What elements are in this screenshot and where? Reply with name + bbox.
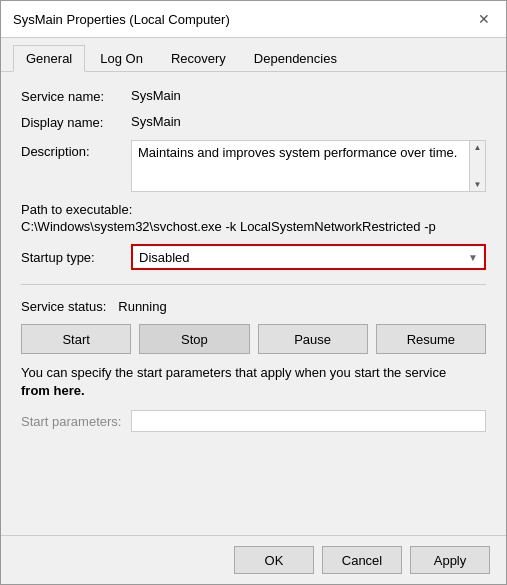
tabs-bar: General Log On Recovery Dependencies [1,38,506,72]
description-box: Maintains and improves system performanc… [131,140,486,192]
title-bar: SysMain Properties (Local Computer) ✕ [1,1,506,38]
tab-general[interactable]: General [13,45,85,72]
description-row: Description: Maintains and improves syst… [21,140,486,192]
tab-dependencies[interactable]: Dependencies [241,45,350,72]
note-line2: from here. [21,383,85,398]
ok-button[interactable]: OK [234,546,314,574]
scroll-up-icon[interactable]: ▲ [474,143,482,152]
description-scrollbar[interactable]: ▲ ▼ [469,141,485,191]
service-name-label: Service name: [21,88,131,104]
stop-button[interactable]: Stop [139,324,249,354]
service-status-row: Service status: Running [21,299,486,314]
window: SysMain Properties (Local Computer) ✕ Ge… [0,0,507,585]
service-name-value: SysMain [131,88,486,103]
chevron-down-icon: ▼ [468,252,478,263]
footer: OK Cancel Apply [1,535,506,584]
startup-type-value: Disabled [139,250,190,265]
note-line1: You can specify the start parameters tha… [21,365,446,380]
description-label: Description: [21,140,131,159]
path-value: C:\Windows\system32\svchost.exe -k Local… [21,219,486,234]
service-status-value: Running [118,299,166,314]
path-section: Path to executable: C:\Windows\system32\… [21,202,486,234]
tab-content: Service name: SysMain Display name: SysM… [1,72,506,535]
note-text: You can specify the start parameters tha… [21,364,486,400]
scroll-down-icon[interactable]: ▼ [474,180,482,189]
service-name-row: Service name: SysMain [21,88,486,104]
service-status-label: Service status: [21,299,106,314]
resume-button[interactable]: Resume [376,324,486,354]
start-params-row: Start parameters: [21,410,486,432]
description-text: Maintains and improves system performanc… [138,145,479,160]
apply-button[interactable]: Apply [410,546,490,574]
startup-type-row: Startup type: Disabled ▼ [21,244,486,270]
start-params-input[interactable] [131,410,486,432]
divider-1 [21,284,486,285]
start-params-label: Start parameters: [21,414,131,429]
startup-type-dropdown[interactable]: Disabled ▼ [131,244,486,270]
service-action-buttons: Start Stop Pause Resume [21,324,486,354]
cancel-button[interactable]: Cancel [322,546,402,574]
tab-recovery[interactable]: Recovery [158,45,239,72]
tab-logon[interactable]: Log On [87,45,156,72]
display-name-value: SysMain [131,114,486,129]
startup-type-label: Startup type: [21,250,131,265]
pause-button[interactable]: Pause [258,324,368,354]
close-button[interactable]: ✕ [474,9,494,29]
path-label: Path to executable: [21,202,486,217]
start-button[interactable]: Start [21,324,131,354]
display-name-row: Display name: SysMain [21,114,486,130]
display-name-label: Display name: [21,114,131,130]
window-title: SysMain Properties (Local Computer) [13,12,230,27]
